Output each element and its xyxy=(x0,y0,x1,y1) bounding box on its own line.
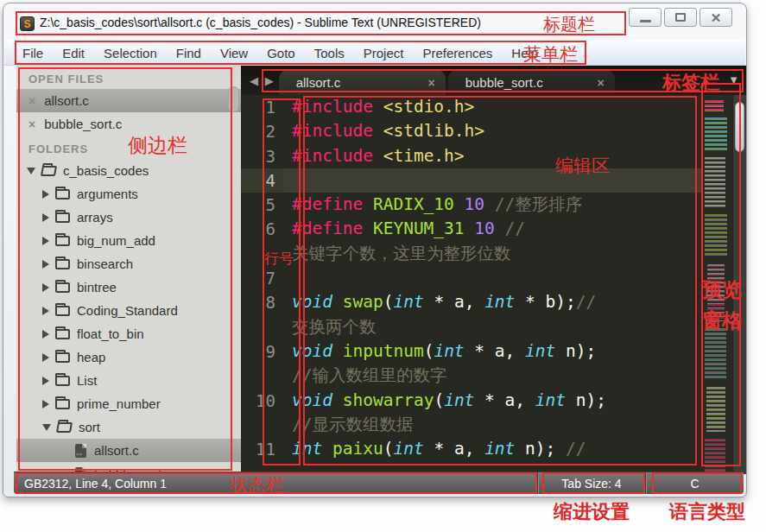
folder-icon xyxy=(55,352,70,363)
chevron-collapsed-icon[interactable] xyxy=(42,190,49,199)
menu-item-selection[interactable]: Selection xyxy=(94,43,167,63)
line-number-gutter: 1234567891011 xyxy=(241,95,284,474)
chevron-collapsed-icon[interactable] xyxy=(42,237,49,245)
close-button[interactable]: ✕ xyxy=(700,8,732,27)
code-token: ( xyxy=(424,341,434,361)
code-token: <stdlib.h> xyxy=(383,121,484,141)
code-token: 10 xyxy=(465,194,484,214)
tree-folder-heap[interactable]: heap xyxy=(16,345,241,369)
tree-folder-list[interactable]: List xyxy=(16,369,241,392)
open-file-label: allsort.c xyxy=(44,93,89,108)
tab-nav-arrows[interactable]: ◀ ▶ xyxy=(241,74,279,95)
menu-item-tools[interactable]: Tools xyxy=(305,43,354,63)
status-position: GB2312, Line 4, Column 1 xyxy=(14,477,537,491)
editor-scrollbar[interactable] xyxy=(732,95,746,474)
tree-folder-arguments[interactable]: arguments xyxy=(16,182,241,206)
minimize-button[interactable] xyxy=(629,8,662,27)
minimize-icon xyxy=(640,20,651,22)
menu-item-find[interactable]: Find xyxy=(167,43,211,63)
code-line: #include <time.h> xyxy=(284,144,701,168)
tab-list-dropdown-icon[interactable]: ▼ xyxy=(728,73,739,86)
code-token: <stdio.h> xyxy=(383,97,475,117)
folder-icon xyxy=(55,306,70,316)
tab-close-icon[interactable]: × xyxy=(597,76,604,90)
tab-label: bubble_sort.c xyxy=(465,75,543,90)
tree-folder-coding_standard[interactable]: Coding_Standard xyxy=(16,299,241,322)
code-token xyxy=(484,194,495,214)
maximize-button[interactable] xyxy=(664,8,697,27)
chevron-collapsed-icon[interactable] xyxy=(42,377,49,385)
tree-item-label: arguments xyxy=(77,187,138,201)
menu-item-goto[interactable]: Goto xyxy=(257,43,305,63)
line-number: 3 xyxy=(241,144,284,168)
code-token: // xyxy=(576,292,596,312)
code-token: n); xyxy=(515,439,566,459)
tree-folder-binsearch[interactable]: binsearch xyxy=(16,252,241,276)
folder-tree: c_basis_codesargumentsarraysbig_num_addb… xyxy=(16,159,241,474)
chevron-collapsed-icon[interactable] xyxy=(42,213,49,222)
code-line: #define RADIX_10 10 //整形排序 xyxy=(284,193,701,217)
open-files-list: ×allsort.c×bubble_sort.c xyxy=(16,89,241,136)
menu-item-file[interactable]: File xyxy=(13,43,53,63)
code-token: ( xyxy=(383,292,394,312)
tab-nav-left-icon[interactable]: ◀ xyxy=(250,74,260,87)
folder-icon xyxy=(55,236,70,246)
menu-item-edit[interactable]: Edit xyxy=(53,43,94,63)
chevron-collapsed-icon[interactable] xyxy=(42,283,49,292)
tree-file-allsort.c[interactable]: allsort.c xyxy=(16,439,241,462)
line-number: 4 xyxy=(241,168,284,193)
tree-item-label: float_to_bin xyxy=(77,326,144,341)
line-number xyxy=(241,242,284,266)
file-close-icon[interactable]: × xyxy=(28,117,35,131)
code-token: ( xyxy=(434,390,444,410)
editor-scrollbar-thumb[interactable] xyxy=(735,102,744,152)
file-close-icon[interactable]: × xyxy=(28,94,35,108)
open-file-item[interactable]: ×bubble_sort.c xyxy=(16,112,241,136)
code-token: 关键字个数，这里为整形位数 xyxy=(292,244,511,263)
title-bar: S Z:\c_basis_codes\sort\allsort.c (c_bas… xyxy=(3,3,746,40)
code-token: void xyxy=(292,390,332,410)
folder-icon xyxy=(55,329,70,339)
minimap[interactable] xyxy=(701,95,732,474)
menu-item-preferences[interactable]: Preferences xyxy=(413,43,502,63)
chevron-collapsed-icon[interactable] xyxy=(42,400,49,408)
file-icon xyxy=(75,444,86,458)
tree-folder-prime_number[interactable]: prime_number xyxy=(16,392,241,415)
line-number: 1 xyxy=(241,95,284,119)
code-area[interactable]: #include <stdio.h>#include <stdlib.h>#in… xyxy=(284,95,701,474)
tree-folder-c_basis_codes[interactable]: c_basis_codes xyxy=(16,159,241,182)
code-token: * a, xyxy=(474,390,535,410)
menu-item-view[interactable]: View xyxy=(211,43,257,63)
language-selector[interactable]: C xyxy=(646,477,744,491)
open-file-label: bubble_sort.c xyxy=(44,117,122,131)
code-line: #define KEYNUM_31 10 // xyxy=(284,217,701,241)
chevron-collapsed-icon[interactable] xyxy=(42,353,49,362)
tree-folder-float_to_bin[interactable]: float_to_bin xyxy=(16,322,241,345)
menu-item-project[interactable]: Project xyxy=(354,43,414,63)
tree-folder-arrays[interactable]: arrays xyxy=(16,206,241,229)
chevron-expanded-icon[interactable] xyxy=(27,168,35,174)
tree-folder-bintree[interactable]: bintree xyxy=(16,276,241,299)
tab-close-icon[interactable]: × xyxy=(427,76,434,90)
tab-bubble_sort.c[interactable]: bubble_sort.c× xyxy=(448,70,615,95)
tab-bar: ◀ ▶ allsort.c×bubble_sort.c× ▼ xyxy=(241,66,746,95)
chevron-collapsed-icon[interactable] xyxy=(42,330,49,339)
tree-folder-sort[interactable]: sort xyxy=(16,415,241,439)
open-file-item[interactable]: ×allsort.c xyxy=(16,89,241,112)
tab-allsort.c[interactable]: allsort.c× xyxy=(279,70,446,95)
chevron-collapsed-icon[interactable] xyxy=(42,260,49,269)
tree-item-label: List xyxy=(77,373,97,388)
folder-icon xyxy=(55,189,70,200)
code-line: 交换两个数 xyxy=(284,315,701,339)
tab-nav-right-icon[interactable]: ▶ xyxy=(265,74,275,87)
chevron-collapsed-icon[interactable] xyxy=(42,307,49,315)
line-number: 6 xyxy=(241,217,284,241)
menu-item-help[interactable]: Help xyxy=(502,43,548,63)
close-icon: ✕ xyxy=(711,11,722,24)
tab-size-control[interactable]: Tab Size: 4 xyxy=(538,477,645,491)
tree-folder-big_num_add[interactable]: big_num_add xyxy=(16,229,241,252)
sublime-window: S Z:\c_basis_codes\sort\allsort.c (c_bas… xyxy=(3,3,747,497)
code-token: * a, xyxy=(424,439,484,459)
sidebar-scrollbar-thumb[interactable] xyxy=(228,86,239,112)
chevron-expanded-icon[interactable] xyxy=(42,424,51,431)
